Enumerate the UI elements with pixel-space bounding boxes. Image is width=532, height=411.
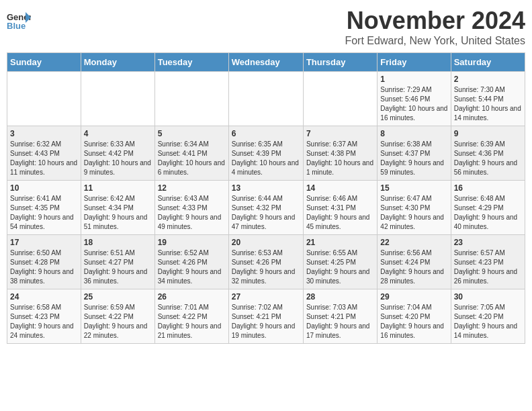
calendar-cell: 7Sunrise: 6:37 AM Sunset: 4:38 PM Daylig… [303,126,377,181]
calendar-cell: 8Sunrise: 6:38 AM Sunset: 4:37 PM Daylig… [378,126,451,181]
day-number: 12 [158,183,226,193]
day-info: Sunrise: 6:41 AM Sunset: 4:35 PM Dayligh… [10,194,78,232]
calendar-cell: 30Sunrise: 7:05 AM Sunset: 4:20 PM Dayli… [451,289,525,344]
calendar-cell: 25Sunrise: 6:59 AM Sunset: 4:22 PM Dayli… [81,289,154,344]
day-info: Sunrise: 7:30 AM Sunset: 5:44 PM Dayligh… [454,85,522,123]
day-number: 4 [84,129,152,138]
svg-text:Blue: Blue [7,21,26,31]
calendar-cell: 3Sunrise: 6:32 AM Sunset: 4:43 PM Daylig… [7,126,81,181]
calendar-cell: 15Sunrise: 6:47 AM Sunset: 4:30 PM Dayli… [378,181,451,235]
day-info: Sunrise: 6:59 AM Sunset: 4:22 PM Dayligh… [84,303,152,340]
calendar-cell [228,72,303,126]
calendar-cell [7,72,81,126]
day-info: Sunrise: 6:53 AM Sunset: 4:26 PM Dayligh… [232,248,300,286]
calendar-cell: 14Sunrise: 6:46 AM Sunset: 4:31 PM Dayli… [303,181,377,235]
logo: General Blue [7,11,34,31]
day-info: Sunrise: 6:56 AM Sunset: 4:24 PM Dayligh… [380,248,447,286]
day-number: 2 [454,75,522,84]
calendar-cell [154,72,228,126]
day-number: 26 [158,292,226,302]
calendar-cell: 19Sunrise: 6:52 AM Sunset: 4:26 PM Dayli… [154,235,228,289]
day-number: 23 [454,238,522,247]
day-info: Sunrise: 6:58 AM Sunset: 4:23 PM Dayligh… [10,303,78,340]
day-info: Sunrise: 6:52 AM Sunset: 4:26 PM Dayligh… [158,248,226,286]
day-info: Sunrise: 6:57 AM Sunset: 4:23 PM Dayligh… [454,248,522,286]
calendar-cell: 12Sunrise: 6:43 AM Sunset: 4:33 PM Dayli… [154,181,228,235]
calendar-cell: 5Sunrise: 6:34 AM Sunset: 4:41 PM Daylig… [154,126,228,181]
calendar-week-0: 1Sunrise: 7:29 AM Sunset: 5:46 PM Daylig… [7,72,525,126]
day-info: Sunrise: 6:42 AM Sunset: 4:34 PM Dayligh… [84,194,152,232]
day-info: Sunrise: 6:48 AM Sunset: 4:29 PM Dayligh… [454,194,522,232]
day-info: Sunrise: 7:03 AM Sunset: 4:21 PM Dayligh… [306,303,374,340]
month-title: November 2024 [345,7,525,35]
day-number: 20 [232,238,300,247]
day-info: Sunrise: 6:34 AM Sunset: 4:41 PM Dayligh… [158,140,226,177]
calendar-week-2: 10Sunrise: 6:41 AM Sunset: 4:35 PM Dayli… [7,181,525,235]
calendar-cell: 6Sunrise: 6:35 AM Sunset: 4:39 PM Daylig… [228,126,303,181]
calendar-cell: 10Sunrise: 6:41 AM Sunset: 4:35 PM Dayli… [7,181,81,235]
calendar-cell [81,72,154,126]
day-number: 22 [380,238,447,247]
calendar-cell: 13Sunrise: 6:44 AM Sunset: 4:32 PM Dayli… [228,181,303,235]
calendar-cell: 9Sunrise: 6:39 AM Sunset: 4:36 PM Daylig… [451,126,525,181]
header: General Blue November 2024 Fort Edward, … [7,7,525,47]
day-number: 13 [232,183,300,193]
day-header-wednesday: Wednesday [228,53,303,72]
calendar-cell: 26Sunrise: 7:01 AM Sunset: 4:22 PM Dayli… [154,289,228,344]
day-number: 25 [84,292,152,302]
day-number: 24 [10,292,78,302]
day-info: Sunrise: 6:50 AM Sunset: 4:28 PM Dayligh… [10,248,78,286]
calendar-cell: 11Sunrise: 6:42 AM Sunset: 4:34 PM Dayli… [81,181,154,235]
day-number: 14 [306,183,374,193]
calendar-cell: 27Sunrise: 7:02 AM Sunset: 4:21 PM Dayli… [228,289,303,344]
day-number: 29 [380,292,447,302]
day-number: 7 [306,129,374,138]
day-number: 28 [306,292,374,302]
day-info: Sunrise: 7:01 AM Sunset: 4:22 PM Dayligh… [158,303,226,340]
logo-icon: General Blue [7,11,31,31]
day-number: 17 [10,238,78,247]
calendar-cell: 24Sunrise: 6:58 AM Sunset: 4:23 PM Dayli… [7,289,81,344]
day-number: 15 [380,183,447,193]
calendar-cell [303,72,377,126]
day-number: 16 [454,183,522,193]
calendar-week-4: 24Sunrise: 6:58 AM Sunset: 4:23 PM Dayli… [7,289,525,344]
day-number: 9 [454,129,522,138]
day-info: Sunrise: 6:47 AM Sunset: 4:30 PM Dayligh… [380,194,447,232]
day-info: Sunrise: 6:32 AM Sunset: 4:43 PM Dayligh… [10,140,78,177]
calendar-table: SundayMondayTuesdayWednesdayThursdayFrid… [7,52,525,344]
calendar-body: 1Sunrise: 7:29 AM Sunset: 5:46 PM Daylig… [7,72,525,344]
day-info: Sunrise: 6:37 AM Sunset: 4:38 PM Dayligh… [306,140,374,177]
day-info: Sunrise: 6:38 AM Sunset: 4:37 PM Dayligh… [380,140,447,177]
location-title: Fort Edward, New York, United States [345,35,525,47]
day-info: Sunrise: 6:35 AM Sunset: 4:39 PM Dayligh… [232,140,300,177]
calendar-cell: 2Sunrise: 7:30 AM Sunset: 5:44 PM Daylig… [451,72,525,126]
calendar-week-1: 3Sunrise: 6:32 AM Sunset: 4:43 PM Daylig… [7,126,525,181]
day-info: Sunrise: 6:55 AM Sunset: 4:25 PM Dayligh… [306,248,374,286]
day-header-saturday: Saturday [451,53,525,72]
calendar-cell: 28Sunrise: 7:03 AM Sunset: 4:21 PM Dayli… [303,289,377,344]
day-header-thursday: Thursday [303,53,377,72]
calendar-cell: 4Sunrise: 6:33 AM Sunset: 4:42 PM Daylig… [81,126,154,181]
day-info: Sunrise: 6:44 AM Sunset: 4:32 PM Dayligh… [232,194,300,232]
day-header-tuesday: Tuesday [154,53,228,72]
calendar-cell: 16Sunrise: 6:48 AM Sunset: 4:29 PM Dayli… [451,181,525,235]
day-info: Sunrise: 7:02 AM Sunset: 4:21 PM Dayligh… [232,303,300,340]
day-info: Sunrise: 6:39 AM Sunset: 4:36 PM Dayligh… [454,140,522,177]
calendar-cell: 22Sunrise: 6:56 AM Sunset: 4:24 PM Dayli… [378,235,451,289]
day-number: 8 [380,129,447,138]
day-number: 10 [10,183,78,193]
day-number: 18 [84,238,152,247]
calendar-cell: 1Sunrise: 7:29 AM Sunset: 5:46 PM Daylig… [378,72,451,126]
title-block: November 2024 Fort Edward, New York, Uni… [345,7,525,47]
day-number: 30 [454,292,522,302]
calendar-cell: 21Sunrise: 6:55 AM Sunset: 4:25 PM Dayli… [303,235,377,289]
day-number: 27 [232,292,300,302]
calendar-cell: 20Sunrise: 6:53 AM Sunset: 4:26 PM Dayli… [228,235,303,289]
day-info: Sunrise: 7:05 AM Sunset: 4:20 PM Dayligh… [454,303,522,340]
calendar-cell: 23Sunrise: 6:57 AM Sunset: 4:23 PM Dayli… [451,235,525,289]
day-info: Sunrise: 7:29 AM Sunset: 5:46 PM Dayligh… [380,85,447,123]
day-info: Sunrise: 6:43 AM Sunset: 4:33 PM Dayligh… [158,194,226,232]
day-info: Sunrise: 6:46 AM Sunset: 4:31 PM Dayligh… [306,194,374,232]
day-number: 1 [380,75,447,84]
